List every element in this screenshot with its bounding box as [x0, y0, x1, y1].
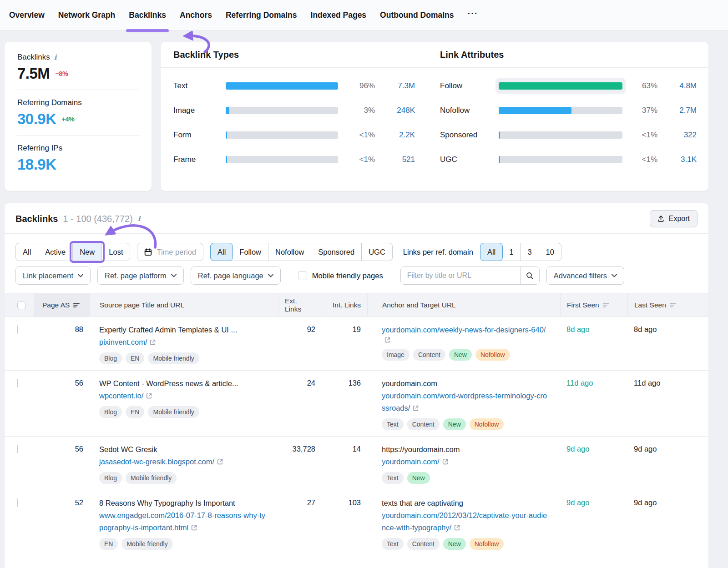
charts-card: Backlink Types Text 96% 7.3M Image 3% 24…: [161, 42, 708, 191]
export-button[interactable]: Export: [650, 210, 698, 227]
bar-track: [226, 131, 338, 139]
nav-tab-referring-domains[interactable]: Referring Domains: [226, 0, 297, 30]
summary-stats-card: Backlinks i 7.5M −8% Referring Domains 3…: [5, 42, 152, 191]
anchor-text: https://yourdomain.com: [382, 443, 548, 456]
stat-backlinks: Backlinks i 7.5M −8%: [17, 45, 139, 90]
filter-follow[interactable]: Follow: [233, 243, 268, 261]
filter-follow-all[interactable]: All: [210, 243, 233, 261]
metric-link[interactable]: 248K: [380, 106, 415, 115]
sort-icon: [603, 302, 609, 308]
nav-tab-network-graph[interactable]: Network Graph: [58, 0, 115, 30]
ref-page-platform-dropdown[interactable]: Ref. page platform: [97, 266, 184, 285]
stat-referring-domains-value[interactable]: 30.9K: [17, 111, 56, 128]
first-seen-value: 11d ago: [560, 377, 627, 430]
column-header-anchor: Anchor and Target URL: [367, 293, 560, 317]
links-per-domain-3[interactable]: 3: [521, 243, 539, 261]
row-checkbox[interactable]: [17, 379, 18, 387]
tag-pill: Mobile friendly: [121, 538, 172, 550]
info-icon[interactable]: i: [138, 215, 141, 223]
backlink-types-panel: Backlink Types Text 96% 7.3M Image 3% 24…: [161, 42, 427, 191]
ref-page-language-dropdown[interactable]: Ref. page language: [191, 266, 281, 285]
metric-link[interactable]: 322: [663, 131, 697, 140]
nav-tab-backlinks[interactable]: Backlinks: [129, 0, 166, 30]
links-per-domain-10[interactable]: 10: [539, 243, 561, 261]
filter-status-new[interactable]: New: [73, 243, 102, 261]
export-icon: [657, 215, 664, 222]
source-title: Expertly Crafted Admin Templates & UI ..…: [99, 324, 265, 336]
page-as-value: 56: [34, 377, 89, 430]
search-button[interactable]: [520, 267, 539, 284]
nav-tab-outbound-domains[interactable]: Outbound Domains: [380, 0, 454, 30]
target-url-link[interactable]: yourdomain.com/: [382, 457, 440, 466]
tag-pill: Blog: [99, 406, 122, 418]
source-url-link[interactable]: www.engadget.com/2016-07-17-8-reasons-wh…: [99, 511, 265, 532]
target-url-link[interactable]: yourdomain.com/2012/03/12/captivate-your…: [382, 511, 547, 532]
metric-link[interactable]: 7.3M: [380, 81, 415, 90]
metric-link[interactable]: 3.1K: [663, 155, 697, 164]
target-url-link[interactable]: yourdomain.com/word-wordpress-terminolog…: [382, 392, 547, 412]
nav-more-menu-icon[interactable]: ···: [467, 0, 478, 30]
source-url-link[interactable]: jasasedot-wc-gresik.blogspot.com/: [99, 457, 214, 466]
column-header-page-as[interactable]: Page AS: [34, 293, 89, 317]
row-checkbox[interactable]: [17, 498, 18, 507]
select-all-checkbox[interactable]: [17, 301, 25, 309]
time-period-button[interactable]: Time period: [137, 243, 203, 261]
filter-ugc[interactable]: UGC: [362, 243, 392, 261]
chevron-down-icon: [171, 274, 177, 277]
chart-row-image: Image 3% 248K: [173, 98, 415, 123]
column-header-int-links: Int. Links: [322, 293, 367, 317]
link-placement-dropdown[interactable]: Link placement: [15, 266, 91, 285]
bar-fill: [226, 107, 229, 114]
ext-links-value: 27: [278, 497, 322, 550]
source-url-link[interactable]: pixinvent.com/: [99, 338, 147, 346]
stat-backlinks-delta: −8%: [55, 70, 68, 77]
anchor-text: texts that are captivating: [382, 497, 548, 509]
filter-status-all[interactable]: All: [16, 243, 38, 261]
info-icon[interactable]: i: [54, 53, 57, 61]
chevron-down-icon: [268, 274, 273, 277]
filter-sponsored[interactable]: Sponsored: [311, 243, 362, 261]
metric-link[interactable]: 2.7M: [663, 106, 697, 115]
stat-backlinks-value: 7.5M: [17, 65, 50, 82]
int-links-value: 14: [322, 443, 367, 484]
last-seen-value: 9d ago: [627, 497, 708, 550]
int-links-value: 136: [322, 377, 367, 430]
tag-pill: EN: [126, 352, 144, 364]
filter-status-lost[interactable]: Lost: [102, 243, 130, 261]
stat-referring-ips-value[interactable]: 18.9K: [17, 156, 56, 173]
target-url-link[interactable]: yourdomain.com/weekly-news-for-designers…: [382, 326, 546, 334]
row-checkbox[interactable]: [17, 445, 18, 453]
backlinks-table-panel: Backlinks 1 - 100 (436,772) i Export All…: [5, 203, 708, 568]
advanced-filters-dropdown[interactable]: Advanced filters: [546, 266, 624, 285]
links-per-domain-1[interactable]: 1: [502, 243, 521, 261]
column-header-first-seen[interactable]: First Seen: [560, 293, 627, 317]
tag-pill: Content: [407, 538, 440, 550]
bar-track: [226, 107, 338, 114]
first-seen-value: 8d ago: [560, 324, 627, 364]
nav-tab-indexed-pages[interactable]: Indexed Pages: [311, 0, 367, 30]
column-header-last-seen[interactable]: Last Seen: [627, 293, 708, 317]
nav-tab-anchors[interactable]: Anchors: [180, 0, 212, 30]
links-per-domain-all[interactable]: All: [480, 243, 503, 261]
ext-links-value: 24: [278, 377, 322, 430]
metric-link[interactable]: 4.8M: [663, 81, 697, 90]
nav-tab-overview[interactable]: Overview: [9, 0, 45, 30]
metric-link[interactable]: 2.2K: [380, 131, 415, 140]
first-seen-value: 9d ago: [560, 497, 627, 550]
mobile-friendly-checkbox[interactable]: [298, 271, 307, 280]
chart-row-sponsored: Sponsored <1% 322: [440, 123, 697, 147]
chart-row-text: Text 96% 7.3M: [173, 74, 415, 98]
metric-link[interactable]: 521: [380, 155, 415, 164]
int-links-value: 19: [322, 324, 367, 364]
panel-title: Backlinks: [15, 214, 58, 224]
search-input[interactable]: [401, 267, 520, 284]
filter-nofollow[interactable]: Nofollow: [268, 243, 311, 261]
source-url-link[interactable]: wpcontent.io/: [99, 392, 143, 400]
filter-status-active[interactable]: Active: [38, 243, 73, 261]
row-checkbox[interactable]: [17, 325, 18, 334]
search-icon: [526, 272, 534, 280]
source-title: 8 Reasons Why Typography Is Important: [99, 497, 265, 509]
chart-row-follow: Follow 63% 4.8M: [440, 74, 697, 98]
tag-pill-new: New: [443, 538, 466, 550]
first-seen-value: 9d ago: [560, 443, 627, 484]
